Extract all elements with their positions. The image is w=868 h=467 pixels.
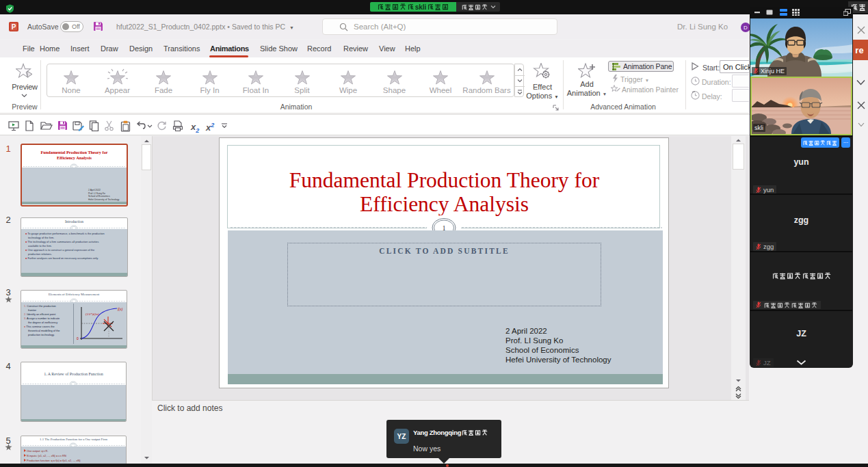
svg-text:f(x): f(x) (118, 307, 122, 312)
svg-text:P: P (12, 23, 16, 31)
svg-text:(1/λ*)f(λx): (1/λ*)f(λx) (86, 312, 99, 316)
svg-text:0: 0 (77, 336, 79, 341)
